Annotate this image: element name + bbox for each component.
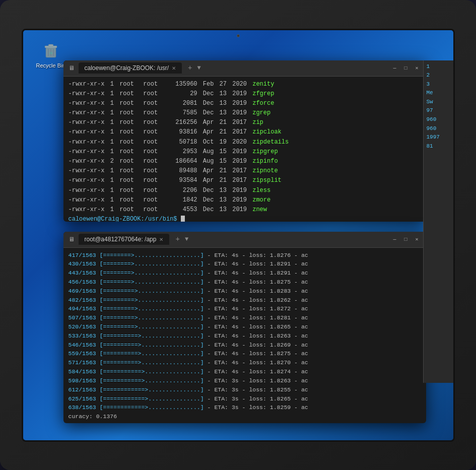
terminal-bottom-tab-arrow[interactable]: ▼ [185, 236, 188, 243]
terminal-top-file-row: -rwxr-xr-x 1 root root 216256 Apr 21 201… [69, 118, 421, 127]
right-panel-number: 97 [427, 106, 450, 115]
terminal-top-file-row: -rwxr-xr-x 1 root root 93816 Apr 21 2017… [69, 127, 421, 137]
terminal-bottom-progress-row: 430/1563 [========>...................] … [69, 259, 421, 268]
accuracy-line: curacy: 0.1376 [69, 412, 421, 421]
terminal-top-maximize[interactable]: □ [402, 64, 410, 72]
terminal-bottom-progress-row: 443/1563 [========>...................] … [69, 268, 421, 278]
terminal-bottom-progress-row: 638/1563 [============>...............] … [69, 403, 421, 412]
terminal-top-prompt: caloewen@Craig-ZBOOK:/usr/bin$ [69, 215, 421, 221]
terminal-bottom-maximize[interactable]: □ [402, 235, 410, 243]
terminal-top-file-row: -rwxr-xr-x 1 root root 50718 Oct 19 2020… [69, 138, 421, 147]
terminal-top-titlebar: 🖥 caloewen@Craig-ZBOOK: /usr/ ✕ + ▼ — □ … [63, 60, 426, 77]
recycle-bin-image: ♻ [41, 40, 61, 60]
terminal-top-file-row: -rwxr-xr-x 1 root root 29 Dec 13 2019 zf… [69, 89, 421, 99]
terminal-top-file-row: -rwxr-xr-x 1 root root 1842 Dec 13 2019 … [69, 195, 421, 205]
terminal-top-tab-label: caloewen@Craig-ZBOOK: /usr/ [85, 64, 169, 72]
terminal-bottom-progress-row: 533/1563 [==========>.................] … [69, 331, 421, 341]
right-panel-numbers: 123MeSw97960960199781 [424, 60, 453, 153]
terminal-top-icon: 🖥 [69, 64, 75, 72]
terminal-bottom-progress-row: 559/1563 [==========>.................] … [69, 349, 421, 358]
terminal-top-file-row: -rwxr-xr-x 1 root root 93584 Apr 21 2017… [69, 176, 421, 185]
laptop-frame: ♻ Recycle Bin 🖥 caloewen@Craig-ZBOOK: /u… [0, 0, 476, 470]
terminal-bottom-progress-row: 584/1563 [===========>................] … [69, 367, 421, 376]
terminal-bottom-icon: 🖥 [69, 236, 75, 243]
terminal-bottom-progress-row: 482/1563 [=========>..................] … [69, 296, 421, 305]
right-panel-number: 1 [427, 62, 450, 72]
svg-rect-2 [48, 44, 53, 46]
terminal-top-tab-add[interactable]: + [188, 64, 192, 72]
terminal-top-file-row: -rwxr-xr-x 2 root root 186664 Aug 15 201… [69, 157, 421, 166]
terminal-bottom: 🖥 root@a4812767064e: /app ✕ + ▼ — □ ✕ 41… [63, 232, 426, 423]
right-panel-number: Me [427, 89, 450, 98]
terminal-bottom-progress-row: 469/1563 [=========>..................] … [69, 287, 421, 296]
terminal-top-file-row: -rwxr-xr-x 1 root root 2081 Dec 13 2019 … [69, 99, 421, 108]
terminal-top-file-row: -rwxr-xr-x 1 root root 7585 Dec 13 2019 … [69, 108, 421, 118]
terminal-bottom-tab-close[interactable]: ✕ [159, 237, 163, 242]
terminal-top-minimize[interactable]: — [391, 64, 399, 72]
terminal-top-close[interactable]: ✕ [413, 64, 421, 72]
terminal-bottom-progress-row: 571/1563 [==========>.................] … [69, 358, 421, 367]
terminal-bottom-progress-row: 612/1563 [============>...............] … [69, 385, 421, 394]
terminal-top-file-row: -rwxr-xr-x 1 root root 2206 Dec 13 2019 … [69, 186, 421, 195]
right-panel: 123MeSw97960960199781 [423, 60, 453, 383]
terminal-bottom-progress-row: 546/1563 [==========>.................] … [69, 341, 421, 350]
terminal-bottom-tab[interactable]: root@a4812767064e: /app ✕ [79, 234, 170, 245]
terminal-top-body: -rwxr-xr-x 1 root root 135960 Feb 27 202… [63, 77, 426, 222]
terminal-top: 🖥 caloewen@Craig-ZBOOK: /usr/ ✕ + ▼ — □ … [63, 60, 426, 222]
terminal-bottom-titlebar: 🖥 root@a4812767064e: /app ✕ + ▼ — □ ✕ [63, 232, 426, 248]
terminal-top-tab-close[interactable]: ✕ [172, 65, 176, 71]
terminal-bottom-progress-row: 625/1563 [============>...............] … [69, 394, 421, 404]
right-panel-number: 2 [427, 71, 450, 80]
terminal-bottom-progress-row: 598/1563 [===========>................] … [69, 376, 421, 385]
terminal-top-tab[interactable]: caloewen@Craig-ZBOOK: /usr/ ✕ [79, 62, 182, 74]
terminal-top-controls: — □ ✕ [391, 64, 421, 72]
right-panel-number: 960 [427, 124, 450, 133]
right-panel-number: 3 [427, 80, 450, 89]
terminal-bottom-progress-row: 494/1563 [=========>..................] … [69, 304, 421, 313]
terminal-top-file-row: -rwxr-xr-x 1 root root 89488 Apr 21 2017… [69, 166, 421, 176]
right-panel-number: 81 [427, 142, 450, 151]
right-panel-number: 1997 [427, 133, 450, 142]
terminal-top-file-row: -rwxr-xr-x 1 root root 4553 Dec 13 2019 … [69, 205, 421, 215]
terminal-bottom-progress-row: 417/1563 [========>...................] … [69, 251, 421, 260]
terminal-bottom-progress-row: 520/1563 [=========>..................] … [69, 322, 421, 331]
terminal-top-file-row: -rwxr-xr-x 1 root root 135960 Feb 27 202… [69, 80, 421, 89]
terminal-bottom-progress-row: 456/1563 [========>...................] … [69, 278, 421, 287]
cursor [181, 216, 185, 222]
terminal-top-file-row: -rwxr-xr-x 1 root root 2953 Aug 15 2019 … [69, 147, 421, 157]
recycle-bin-label: Recycle Bin [36, 62, 65, 69]
terminal-bottom-tab-label: root@a4812767064e: /app [85, 236, 157, 243]
terminal-bottom-minimize[interactable]: — [391, 235, 399, 243]
terminal-bottom-progress-row: 507/1563 [=========>..................] … [69, 313, 421, 322]
screen: ♻ Recycle Bin 🖥 caloewen@Craig-ZBOOK: /u… [22, 29, 455, 442]
terminal-top-tab-arrow[interactable]: ▼ [197, 64, 200, 72]
terminal-bottom-controls: — □ ✕ [391, 235, 421, 243]
terminal-bottom-body: 417/1563 [========>...................] … [63, 248, 426, 423]
terminal-bottom-tab-add[interactable]: + [175, 235, 179, 243]
right-panel-number: Sw [427, 98, 450, 107]
right-panel-number: 960 [427, 115, 450, 124]
camera-dot [237, 34, 240, 37]
terminal-bottom-close[interactable]: ✕ [413, 235, 421, 243]
